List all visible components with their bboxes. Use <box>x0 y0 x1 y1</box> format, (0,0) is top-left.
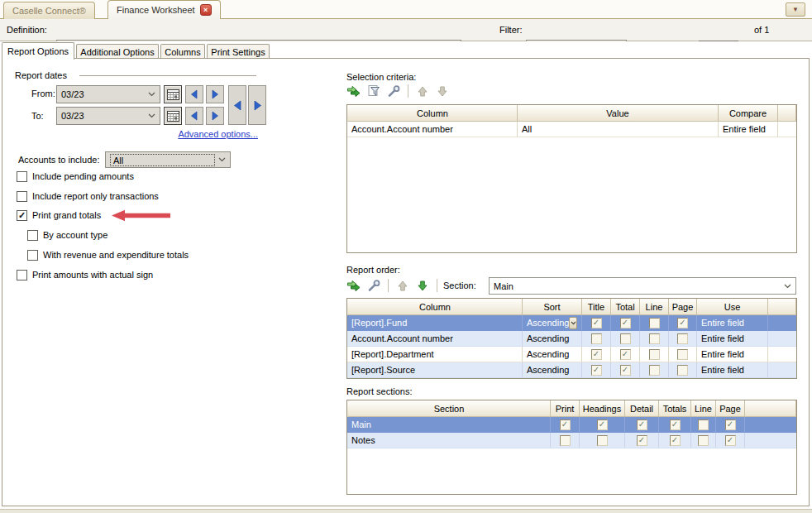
grid-checkbox[interactable] <box>649 365 660 376</box>
report-sections-row[interactable]: Main✓✓✓✓✓ <box>347 417 796 433</box>
column-header-section[interactable]: Section <box>347 400 551 417</box>
tab-print-settings[interactable]: Print Settings <box>207 44 270 59</box>
to-calendar-button[interactable] <box>164 107 182 125</box>
column-header-line[interactable]: Line <box>640 299 669 315</box>
column-header-title[interactable]: Title <box>582 299 611 315</box>
column-header-column[interactable]: Column <box>347 299 523 315</box>
to-label: To: <box>31 111 44 121</box>
grid-checkbox[interactable]: ✓ <box>560 420 571 430</box>
tab-report-options[interactable]: Report Options <box>2 42 74 60</box>
move-down-icon[interactable] <box>434 83 451 99</box>
grid-checkbox[interactable]: ✓ <box>591 349 602 360</box>
checkbox-cell: ✓ <box>551 417 580 433</box>
move-up-icon[interactable] <box>394 277 411 294</box>
grid-checkbox[interactable] <box>649 318 660 328</box>
grid-checkbox[interactable] <box>560 435 571 446</box>
checkbox-cell <box>640 315 669 331</box>
grid-checkbox[interactable]: ✓ <box>597 420 608 430</box>
grid-checkbox[interactable]: ✓ <box>620 349 631 360</box>
close-tab-icon[interactable]: × <box>200 4 212 16</box>
from-next-day-button[interactable] <box>206 85 224 103</box>
column-header-headings[interactable]: Headings <box>580 400 625 417</box>
grid-checkbox[interactable]: ✓ <box>677 318 688 328</box>
grid-checkbox[interactable] <box>591 333 602 344</box>
grid-checkbox[interactable]: ✓ <box>620 318 631 328</box>
grid-checkbox[interactable] <box>677 365 688 376</box>
grid-checkbox[interactable] <box>698 420 709 430</box>
grid-checkbox[interactable] <box>677 333 688 344</box>
grid-checkbox[interactable]: ✓ <box>591 318 602 328</box>
column-header-print[interactable]: Print <box>551 400 580 417</box>
column-header-value[interactable]: Value <box>518 105 719 122</box>
grid-checkbox[interactable] <box>649 349 660 360</box>
column-header-page[interactable]: Page <box>669 299 697 315</box>
option-label: Print grand totals <box>32 210 101 220</box>
grid-checkbox[interactable]: ✓ <box>637 435 647 446</box>
filler-cell <box>745 433 796 448</box>
column-header-use[interactable]: Use <box>697 299 768 315</box>
edit-criteria-icon[interactable] <box>365 83 382 99</box>
grid-checkbox[interactable]: ✓ <box>591 365 602 376</box>
section-select[interactable]: Main <box>489 277 796 295</box>
advanced-options-link[interactable]: Advanced options... <box>178 129 258 139</box>
to-date-select[interactable]: 03/23 <box>56 107 160 125</box>
tab-list-dropdown-button[interactable]: ▼ <box>786 2 805 17</box>
move-down-icon[interactable] <box>414 277 431 294</box>
grid-checkbox[interactable] <box>698 435 709 446</box>
grid-checkbox[interactable]: ✓ <box>670 420 681 430</box>
report-order-row[interactable]: [Report].DepartmentAscending✓✓Entire fie… <box>347 347 796 362</box>
option-row-print-grand-totals: ✓Print grand totals <box>17 209 172 221</box>
grid-checkbox[interactable]: ✓ <box>725 420 736 430</box>
prev-period-button[interactable] <box>228 85 246 125</box>
tab-columns[interactable]: Columns <box>160 44 205 59</box>
to-prev-day-button[interactable] <box>185 107 203 125</box>
column-header-total[interactable]: Total <box>611 299 640 315</box>
tab-caselle-connect[interactable]: Caselle Connect® <box>3 2 95 19</box>
accounts-to-include-select[interactable]: All <box>105 151 231 168</box>
from-calendar-button[interactable] <box>164 85 182 103</box>
column-header-column[interactable]: Column <box>347 105 518 122</box>
chevron-down-icon <box>218 157 226 162</box>
report-order-row[interactable]: Account.Account numberAscendingEntire fi… <box>347 331 796 347</box>
properties-wrench-icon[interactable] <box>385 83 402 99</box>
order-use-cell: Entire field <box>697 362 768 378</box>
report-sections-row[interactable]: Notes✓✓✓ <box>347 433 796 448</box>
checkbox-by-account-type[interactable] <box>27 230 38 241</box>
move-up-icon[interactable] <box>414 83 431 99</box>
next-period-button[interactable] <box>248 85 266 125</box>
grid-checkbox[interactable]: ✓ <box>620 365 631 376</box>
grid-checkbox[interactable]: ✓ <box>670 435 681 446</box>
sort-dropdown-button[interactable] <box>569 317 577 329</box>
selection-criteria-row[interactable]: Account.Account numberAllEntire field <box>347 122 796 137</box>
to-next-day-button[interactable] <box>206 107 224 125</box>
from-prev-day-button[interactable] <box>185 85 203 103</box>
grid-checkbox[interactable]: ✓ <box>637 420 647 430</box>
checkbox-print-amounts-with-actual-sign[interactable] <box>17 270 27 280</box>
column-header-line[interactable]: Line <box>691 400 716 417</box>
report-order-row[interactable]: [Report].SourceAscending✓✓Entire field <box>347 362 796 378</box>
select-fields-icon[interactable] <box>346 277 362 294</box>
checkbox-cell: ✓ <box>669 315 697 331</box>
properties-wrench-icon[interactable] <box>365 277 382 294</box>
column-header-sort[interactable]: Sort <box>523 299 582 315</box>
checkbox-include-report-only-transactions[interactable] <box>17 191 27 202</box>
column-header-page[interactable]: Page <box>716 400 745 417</box>
tab-finance-worksheet[interactable]: Finance Worksheet × <box>107 0 221 19</box>
from-date-select[interactable]: 03/23 <box>56 85 160 103</box>
checkbox-include-pending-amounts[interactable] <box>17 171 27 182</box>
column-header-compare[interactable]: Compare <box>719 105 778 122</box>
grid-checkbox[interactable] <box>597 435 608 446</box>
grid-checkbox[interactable]: ✓ <box>725 435 736 446</box>
tab-additional-options[interactable]: Additional Options <box>76 44 159 59</box>
grid-checkbox[interactable] <box>620 333 631 344</box>
grid-checkbox[interactable] <box>677 349 688 360</box>
report-order-label: Report order: <box>346 265 400 275</box>
column-header-totals[interactable]: Totals <box>659 400 691 417</box>
sort-value: Ascending <box>527 333 569 343</box>
column-header-detail[interactable]: Detail <box>625 400 659 417</box>
checkbox-with-revenue-and-expenditure-totals[interactable] <box>27 250 38 261</box>
checkbox-print-grand-totals[interactable]: ✓ <box>17 210 27 221</box>
report-order-row[interactable]: [Report].FundAscending✓✓✓Entire field <box>347 315 796 331</box>
grid-checkbox[interactable] <box>649 333 660 344</box>
select-fields-icon[interactable] <box>346 83 362 99</box>
